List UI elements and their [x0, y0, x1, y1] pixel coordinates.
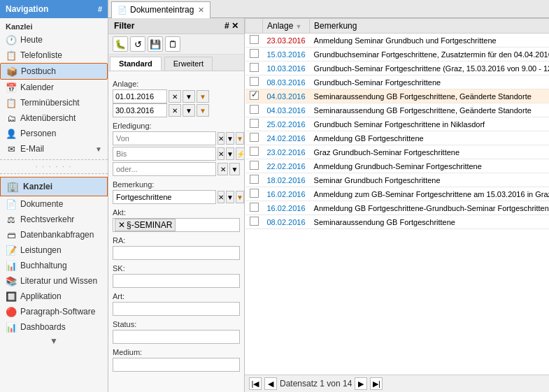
sidebar-item-paragraph[interactable]: 🔴 Paragraph-Software: [0, 304, 108, 319]
filter-bug-btn[interactable]: 🐛: [113, 36, 128, 52]
data-table-container[interactable]: Anlage ▼ Bemerkung Akt: [245, 18, 549, 375]
table-row[interactable]: 23.02.2016Graz Grundbuch-Seminar Fortges…: [245, 145, 550, 159]
row-checkbox[interactable]: [250, 147, 259, 156]
data-footer: |◀ ◀ Datensatz 1 von 14 ▶ ▶|: [245, 375, 549, 392]
sidebar-item-telefonliste[interactable]: 📋 Telefonliste: [0, 48, 108, 63]
email-chevron-icon: ▼: [95, 145, 102, 153]
kanzlei-icon: 🏢: [6, 180, 20, 193]
bemerkung-input[interactable]: [113, 190, 216, 204]
bemerkung-clear-btn[interactable]: ✕: [218, 191, 224, 203]
row-checkbox[interactable]: [250, 161, 259, 170]
table-row[interactable]: 23.03.2016Anmeldung Seminar Grundbuch un…: [245, 34, 550, 48]
filter-refresh-btn[interactable]: ↺: [130, 36, 145, 52]
sidebar-item-leistungen[interactable]: 📝 Leistungen: [0, 242, 108, 258]
row-checkbox[interactable]: [250, 91, 259, 100]
sidebar-item-datenbankabfragen[interactable]: 🗃 Datenbankabfragen: [0, 227, 108, 242]
anlage-from-input[interactable]: [113, 89, 167, 103]
row-checkbox[interactable]: [250, 105, 259, 114]
erledigung-oder-dropdown-btn[interactable]: ▼: [229, 163, 240, 175]
tab-close-btn[interactable]: ✕: [198, 6, 204, 15]
sidebar-item-email[interactable]: ✉ E-Mail ▼: [0, 141, 108, 157]
table-row[interactable]: 08.03.2016Grundbuch-Seminar Fortgeschrit…: [245, 75, 550, 89]
sk-input[interactable]: [113, 274, 240, 288]
col-header-anlage[interactable]: Anlage ▼: [263, 19, 310, 34]
table-row[interactable]: 15.03.2016Grundbuchseminar Fortgeschritt…: [245, 48, 550, 61]
sidebar-scroll-down[interactable]: ▼: [0, 335, 108, 347]
row-checkbox[interactable]: [250, 175, 259, 184]
table-row[interactable]: 25.02.2016Grundbuch Seminar Fortgeschrit…: [245, 117, 550, 131]
medium-input[interactable]: [113, 358, 240, 372]
table-row[interactable]: 10.03.2016Grundbuch-Seminar Fortgeschrit…: [245, 61, 550, 75]
anlage-from-filter-btn[interactable]: ▼: [197, 90, 209, 103]
row-date: 18.02.2016: [263, 173, 310, 187]
erledigung-von-input[interactable]: [113, 131, 216, 145]
row-checkbox[interactable]: [250, 189, 259, 198]
anlage-to-filter-btn[interactable]: ▼: [197, 104, 209, 117]
table-row[interactable]: 22.02.2016Anmeldung Grundbuch-Seminar Fo…: [245, 159, 550, 173]
erledigung-oder-input[interactable]: [113, 162, 216, 176]
table-row[interactable]: 16.02.2016Anmeldung zum GB-Seminar Fortg…: [245, 187, 550, 201]
erledigung-von-filter-btn[interactable]: ▼: [236, 132, 244, 145]
sidebar-item-rechtsverkehr[interactable]: ⚖ Rechtsverkehr: [0, 212, 108, 227]
filter-options-btn[interactable]: 🗒: [165, 36, 180, 52]
anlage-from-clear-btn[interactable]: ✕: [169, 90, 181, 103]
filter-pin-icon[interactable]: # ✕: [224, 21, 238, 31]
nav-prev-btn[interactable]: ◀: [264, 377, 277, 390]
sidebar-item-literatur[interactable]: 📚 Literatur und Wissen: [0, 273, 108, 289]
anlage-to-clear-btn[interactable]: ✕: [169, 104, 181, 117]
nav-last-btn[interactable]: ▶|: [370, 377, 383, 390]
sidebar-item-terminuebersicht[interactable]: 📋 Terminübersicht: [0, 95, 108, 110]
erledigung-bis-input[interactable]: [113, 147, 216, 161]
table-row[interactable]: 04.03.2016Seminaraussendung GB Fortgesch…: [245, 103, 550, 117]
row-checkbox[interactable]: [250, 63, 259, 72]
filter-tab-standard[interactable]: Standard: [110, 57, 162, 71]
art-input[interactable]: [113, 302, 240, 316]
table-row[interactable]: 04.03.2016Seminaraussendung GB Fortgesch…: [245, 89, 550, 103]
ra-input[interactable]: [113, 246, 240, 260]
filter-tab-erweitert[interactable]: Erweitert: [164, 57, 213, 71]
table-row[interactable]: 08.02.2016Seminaraussendung GB Fortgesch…: [245, 215, 550, 229]
bemerkung-filter-btn[interactable]: ▼: [236, 191, 244, 203]
table-row[interactable]: 24.02.2016Anmeldung GB Fortgeschrittene§…: [245, 131, 550, 145]
erledigung-bis-clear-btn[interactable]: ✕: [218, 147, 224, 160]
sidebar-item-postbuch[interactable]: 📦 Postbuch: [0, 63, 108, 80]
sidebar-item-dokumente[interactable]: 📄 Dokumente: [0, 196, 108, 212]
erledigung-von-clear-btn[interactable]: ✕: [218, 132, 224, 145]
erledigung-bis-dropdown-btn[interactable]: ▼: [226, 147, 234, 160]
anlage-to-dropdown-btn[interactable]: ▼: [183, 104, 195, 117]
sidebar-item-dashboards[interactable]: 📊 Dashboards: [0, 319, 108, 335]
sidebar-item-heute[interactable]: 🕐 Heute: [0, 32, 108, 48]
sidebar-item-terminuebersicht-label: Terminübersicht: [20, 98, 80, 108]
sidebar-item-aktenuebersicht[interactable]: 🗂 Aktenübersicht: [0, 110, 108, 126]
anlage-to-row: ✕ ▼ ▼: [113, 103, 240, 117]
sidebar-pin-icon[interactable]: #: [98, 5, 102, 13]
status-input[interactable]: [113, 330, 240, 344]
anlage-to-input[interactable]: [113, 103, 167, 117]
sidebar-item-buchhaltung[interactable]: 📊 Buchhaltung: [0, 258, 108, 273]
table-row[interactable]: 16.02.2016Anmeldung GB Fortgeschrittene-…: [245, 201, 550, 215]
erledigung-von-dropdown-btn[interactable]: ▼: [226, 132, 234, 145]
akt-tag-x[interactable]: ✕: [118, 220, 125, 230]
sidebar-item-applikation[interactable]: 🔲 Applikation: [0, 289, 108, 304]
table-row[interactable]: 18.02.2016Seminar Grundbuch Fortgeschrit…: [245, 173, 550, 187]
row-checkbox[interactable]: [250, 77, 259, 86]
nav-next-btn[interactable]: ▶: [355, 377, 367, 390]
tab-dokumenteintrag[interactable]: 📄 Dokumenteintrag ✕: [111, 1, 211, 18]
row-date: 22.02.2016: [263, 159, 310, 173]
row-checkbox[interactable]: [250, 49, 259, 58]
nav-first-btn[interactable]: |◀: [249, 377, 262, 390]
col-header-check: [245, 19, 263, 34]
filter-save-btn[interactable]: 💾: [148, 36, 163, 52]
sidebar-kanzlei-header[interactable]: 🏢 Kanzlei: [0, 177, 108, 196]
row-checkbox[interactable]: [250, 35, 259, 44]
erledigung-oder-clear-btn[interactable]: ✕: [218, 163, 228, 175]
anlage-from-dropdown-btn[interactable]: ▼: [183, 90, 195, 103]
erledigung-bis-filter-btn[interactable]: ⚡: [236, 147, 244, 160]
row-checkbox[interactable]: [250, 133, 259, 142]
row-checkbox[interactable]: [250, 203, 259, 212]
row-checkbox[interactable]: [250, 217, 259, 226]
sidebar-item-personen[interactable]: 👤 Personen: [0, 126, 108, 141]
row-checkbox[interactable]: [250, 119, 259, 128]
sidebar-item-kalender[interactable]: 📅 Kalender: [0, 80, 108, 95]
bemerkung-dropdown-btn[interactable]: ▼: [226, 191, 234, 203]
